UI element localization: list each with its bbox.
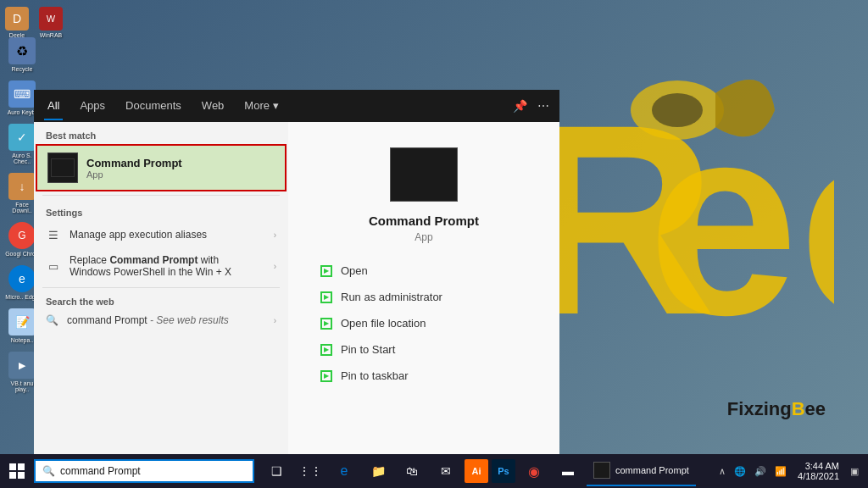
taskbar-date-value: 4/18/2021 [798,471,839,481]
taskbar-search[interactable]: 🔍 command Prompt [34,459,254,483]
settings-label: Settings [34,199,288,221]
taskbar-mail-icon[interactable]: ✉ [431,456,461,486]
chevron-right-icon-3: › [274,316,276,325]
svg-rect-7 [18,472,25,479]
chevron-right-icon-2: › [274,262,276,271]
taskbar-cmd-label: command Prompt [615,465,689,475]
action-pin-taskbar-label: Pin to taskbar [341,369,409,382]
action-open[interactable]: ▶ Open [314,260,534,281]
taskbar-chrome-icon[interactable]: ◉ [519,456,549,486]
menu-main-content: Best match Command Prompt App Settings ☰ [34,122,559,454]
chevron-right-icon-1: › [274,230,276,240]
action-pin-start-label: Pin to Start [341,343,395,356]
action-location-label: Open file location [341,317,426,330]
taskbar-btn-2[interactable]: ⋮⋮ [295,456,326,486]
taskbar-cmd-app[interactable]: command Prompt [587,456,696,486]
divider-2 [42,287,280,288]
taskbar-right: ∧ 🌐 🔊 📶 3:44 AM 4/18/2021 ▣ [716,461,868,481]
menu-right-panel: Command Prompt App ▶ Open ▶ Run as admin… [288,122,559,454]
action-pin-start[interactable]: ▶ Pin to Start [314,339,534,360]
notification-icon[interactable]: ▣ [848,464,861,479]
taskbar-center: ❑ ⋮⋮ e 📁 🛍 ✉ Ai Ps ◉ ▬ command Prompt [261,456,696,486]
best-match-subtitle: App [86,169,182,180]
taskbar-search-text: command Prompt [60,465,141,477]
right-app-subtitle: App [415,231,432,243]
svg-point-3 [652,93,703,127]
folder-icon: ▶ [320,318,332,330]
right-app-icon [390,147,458,202]
best-match-label: Best match [34,122,288,144]
action-run-admin[interactable]: ▶ Run as administrator [314,286,534,308]
taskbar-store-icon[interactable]: 🛍 [397,456,427,486]
right-app-title: Command Prompt [369,214,479,228]
more-icon[interactable]: ⋯ [537,99,549,113]
best-match-item[interactable]: Command Prompt App [36,144,287,191]
taskbar-misc-icon[interactable]: ▬ [553,456,583,486]
volume-icon[interactable]: 🔊 [752,464,769,479]
svg-rect-6 [9,472,16,479]
pin-taskbar-icon: ▶ [320,370,332,382]
taskbar-explorer-icon[interactable]: 📁 [363,456,393,486]
action-pin-taskbar[interactable]: ▶ Pin to taskbar [314,365,534,386]
taskbar-ai-icon[interactable]: Ai [465,459,488,483]
web-search-item[interactable]: 🔍 command Prompt - See web results › [34,308,288,332]
battery-icon[interactable]: 📶 [772,464,789,479]
taskbar-ps-icon[interactable]: Ps [492,459,515,483]
network-icon[interactable]: 🌐 [732,464,748,479]
action-open-location[interactable]: ▶ Open file location [314,313,534,334]
chevron-up-icon[interactable]: ∧ [716,464,728,479]
start-menu: All Apps Documents Web More ▾ 📌 ⋯ Best m… [34,90,559,454]
pin-start-icon: ▶ [320,344,332,356]
menu-nav-icons: 📌 ⋯ [513,99,549,113]
nav-tab-documents[interactable]: Documents [122,92,185,120]
taskbar-edge-icon[interactable]: e [329,456,359,486]
menu-left-panel: Best match Command Prompt App Settings ☰ [34,122,288,454]
taskbar-time-value: 3:44 AM [805,461,839,471]
desktop-icon-recycle[interactable]: ♻ Recycle [3,34,41,75]
settings-item-text-aliases: Manage app execution aliases [70,229,265,241]
start-button[interactable] [0,454,34,488]
taskbar-search-icon: 🔍 [42,465,55,477]
bee-logo: R ee [512,42,834,410]
cmd-icon [47,152,78,183]
best-match-title: Command Prompt [86,157,182,169]
taskbar: 🔍 command Prompt ❑ ⋮⋮ e 📁 🛍 ✉ Ai Ps ◉ ▬ [0,454,868,488]
admin-icon: ▶ [320,291,332,303]
svg-rect-5 [18,463,25,470]
taskbar-clock[interactable]: 3:44 AM 4/18/2021 [793,461,844,481]
search-icon: 🔍 [46,314,58,326]
settings-item-replace[interactable]: ▭ Replace Command Prompt withWindows Pow… [34,248,288,284]
pin-icon[interactable]: 📌 [513,99,527,113]
taskbar-cmd-icon [593,462,610,479]
nav-tab-web[interactable]: Web [198,92,228,120]
best-match-text: Command Prompt App [86,157,182,180]
action-run-admin-label: Run as administrator [341,291,442,303]
web-suffix: - See web results [147,314,229,326]
svg-rect-4 [9,463,16,470]
right-actions-list: ▶ Open ▶ Run as administrator ▶ Open fil… [305,260,542,386]
task-view-button[interactable]: ❑ [261,456,292,486]
web-item-text: command Prompt - See web results [67,314,229,326]
nav-tab-all[interactable]: All [44,92,63,120]
nav-tab-more[interactable]: More ▾ [241,92,281,120]
grid-icon: ☰ [46,227,61,242]
web-query: command Prompt [67,314,147,326]
settings-item-text-replace: Replace Command Prompt withWindows Power… [70,254,265,278]
settings-item-aliases[interactable]: ☰ Manage app execution aliases › [34,221,288,248]
menu-nav: All Apps Documents Web More ▾ 📌 ⋯ [34,90,559,122]
web-section-label: Search the web [34,291,288,308]
window-icon: ▭ [46,258,61,274]
open-icon: ▶ [320,265,332,277]
brand-text: FixzingBee [727,398,826,420]
nav-tab-apps[interactable]: Apps [76,92,108,120]
desktop-icon-winrab[interactable]: W WinRAB [37,3,64,42]
desktop: R ee FixzingBee D Deele W WinRAB [0,0,868,488]
action-open-label: Open [341,264,368,277]
divider-1 [42,195,280,196]
